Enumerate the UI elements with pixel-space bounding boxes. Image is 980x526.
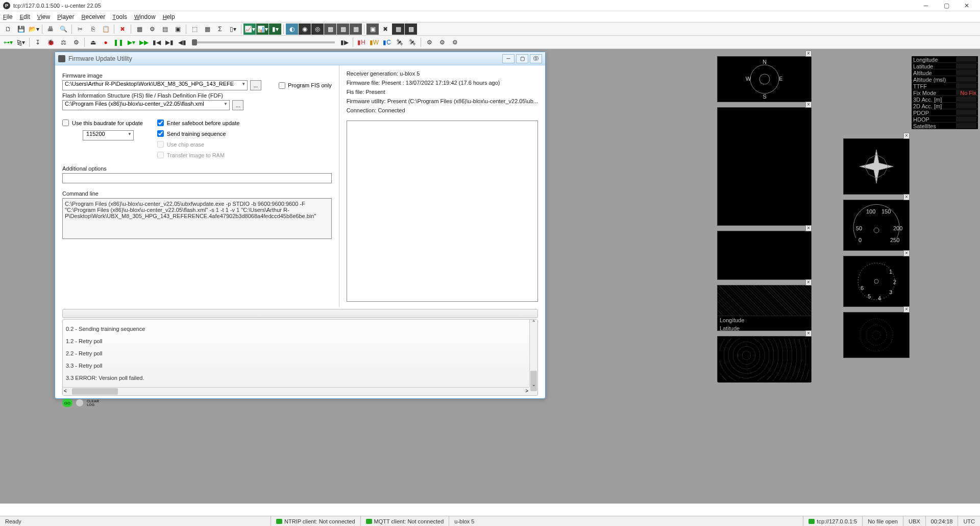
fis-file-combo[interactable]: C:\Program Files (x86)\u-blox\u-center_v… — [62, 100, 230, 110]
bug-icon[interactable]: 🐞 — [44, 37, 57, 48]
pin-icon[interactable]: ↧ — [32, 37, 44, 48]
menu-view[interactable]: View — [37, 13, 50, 20]
world-map-panel[interactable]: × Longitude Latitude — [717, 285, 812, 331]
grid2-icon[interactable]: ▦ — [337, 23, 349, 35]
baud-combo[interactable]: 115200 — [83, 130, 134, 140]
signal-icon[interactable]: ⧎▾ — [15, 37, 27, 48]
star-panel[interactable]: × — [843, 138, 910, 195]
nav4-icon[interactable]: ▩ — [405, 23, 417, 35]
open-folder-icon[interactable]: 📂▾ — [28, 23, 40, 35]
playback-slider[interactable] — [192, 41, 335, 43]
panel-close-icon[interactable]: × — [805, 102, 812, 108]
menu-window[interactable]: Window — [134, 13, 156, 20]
close-button[interactable]: ✕ — [957, 0, 977, 11]
panel-close-icon[interactable]: × — [903, 133, 910, 139]
to-start-icon[interactable]: ◀▮ — [176, 37, 188, 48]
save-icon[interactable]: 💾 — [15, 23, 27, 35]
filter-red-icon[interactable]: ✖ — [116, 23, 129, 35]
stop-button[interactable] — [76, 399, 84, 407]
connect-icon[interactable]: ⊶▾ — [2, 37, 14, 48]
statistics-view-icon[interactable]: Σ — [214, 23, 226, 35]
skip-fwd-icon[interactable]: ▶▮ — [163, 37, 176, 48]
log-hscrollbar[interactable] — [63, 387, 529, 395]
grid3-icon[interactable]: ▦ — [350, 23, 362, 35]
panel-close-icon[interactable]: × — [805, 279, 812, 285]
ffwd-icon[interactable]: ▶▶ — [138, 37, 150, 48]
nav3-icon[interactable]: ▦ — [392, 23, 404, 35]
layout-view-icon[interactable]: ▯▾ — [227, 23, 239, 35]
balance-icon[interactable]: ⚖ — [57, 37, 69, 48]
table-view-icon[interactable]: ▦ — [201, 23, 213, 35]
menu-receiver[interactable]: Receiver — [82, 13, 106, 20]
cold-temp-icon[interactable]: ▮C — [381, 37, 393, 48]
additional-options-input[interactable] — [62, 173, 332, 183]
menu-file[interactable]: File — [3, 13, 13, 20]
msg-view-icon[interactable]: ▦ — [133, 23, 145, 35]
sat1-icon[interactable]: 🛰 — [394, 37, 406, 48]
clear-log-button[interactable]: CLEARLOG — [87, 399, 99, 407]
tune-icon[interactable]: ⚙ — [70, 37, 82, 48]
paste-icon[interactable]: 📋 — [100, 23, 112, 35]
panel-close-icon[interactable]: × — [805, 51, 812, 57]
chart-green-icon[interactable]: 📈▾ — [243, 23, 256, 35]
to-end-icon[interactable]: ▮▶ — [338, 37, 351, 48]
camera2-icon[interactable]: ◎ — [311, 23, 324, 35]
text-view-icon[interactable]: ▤ — [159, 23, 171, 35]
log-vscrollbar[interactable] — [529, 320, 537, 387]
use-baud-checkbox[interactable] — [62, 119, 69, 126]
gear2-icon[interactable]: ⚙ — [436, 37, 448, 48]
menu-player[interactable]: Player — [57, 13, 74, 20]
sky-view-icon[interactable]: ◐ — [286, 23, 298, 35]
clock-panel[interactable]: × 1 2 3 4 5 6 — [843, 256, 910, 307]
print-icon[interactable]: 🖶 — [44, 23, 57, 35]
histogram-icon[interactable]: ▮▾ — [269, 23, 281, 35]
fis-file-browse-button[interactable]: ... — [232, 100, 243, 110]
firmware-maximize-button[interactable]: ▢ — [516, 54, 528, 63]
radar-panel[interactable]: × — [843, 312, 910, 358]
binary-view-icon[interactable]: ⬚ — [188, 23, 201, 35]
firmware-image-browse-button[interactable]: ... — [250, 80, 261, 90]
panel-close-icon[interactable]: × — [903, 250, 910, 256]
command-line-text[interactable] — [62, 198, 332, 239]
panel-close-icon[interactable]: × — [903, 306, 910, 313]
eject-icon[interactable]: ⏏ — [87, 37, 99, 48]
firmware-close-button[interactable]: ⓪ — [530, 54, 542, 63]
world-map-panel-2[interactable]: × — [717, 336, 812, 382]
skip-back-icon[interactable]: ▮◀ — [151, 37, 163, 48]
firmware-image-combo[interactable]: C:\Users\Arthur R-P\Desktop\Work\UBX_M8_… — [62, 80, 248, 90]
sat2-icon[interactable]: 🛰 — [406, 37, 419, 48]
hot-temp-icon[interactable]: ▮H — [355, 37, 368, 48]
cfg-view-icon[interactable]: ⚙ — [146, 23, 158, 35]
cut-icon[interactable]: ✂ — [74, 23, 86, 35]
program-fis-only-checkbox[interactable] — [279, 82, 285, 89]
panel-close-icon[interactable]: × — [805, 330, 812, 337]
gear1-icon[interactable]: ⚙ — [423, 37, 435, 48]
firmware-minimize-button[interactable]: ─ — [502, 54, 514, 63]
blank-panel[interactable]: × — [717, 231, 812, 280]
send-training-checkbox[interactable] — [157, 130, 164, 137]
new-file-icon[interactable]: 🗋 — [2, 23, 14, 35]
copy-icon[interactable]: ⎘ — [87, 23, 99, 35]
gear3-icon[interactable]: ⚙ — [449, 37, 461, 48]
print-preview-icon[interactable]: 🔍 — [57, 23, 69, 35]
menu-tools[interactable]: Tools — [112, 13, 127, 20]
camera-icon[interactable]: ◉ — [299, 23, 311, 35]
warm-temp-icon[interactable]: ▮W — [368, 37, 380, 48]
compass-panel[interactable]: × N E S W — [717, 56, 812, 102]
nav1-icon[interactable]: ▣ — [366, 23, 379, 35]
go-button[interactable]: GO — [62, 399, 72, 407]
firmware-log-text[interactable]: 0.2 - Sending training sequence 1.2 - Re… — [63, 320, 529, 387]
speed-gauge-panel[interactable]: × 50 100 150 200 250 0 — [843, 200, 910, 251]
pause-icon[interactable]: ❚❚ — [112, 37, 125, 48]
menu-help[interactable]: Help — [163, 13, 175, 20]
menu-edit[interactable]: Edit — [20, 13, 30, 20]
firmware-window-titlebar[interactable]: Firmware Update Utility ─ ▢ ⓪ — [55, 52, 545, 65]
minimize-button[interactable]: ─ — [916, 0, 936, 11]
panel-close-icon[interactable]: × — [805, 225, 812, 231]
satellite-panel[interactable]: × — [717, 107, 812, 226]
chart-dark-icon[interactable]: 📊▾ — [256, 23, 268, 35]
panel-close-icon[interactable]: × — [903, 194, 910, 200]
nav2-icon[interactable]: ✖ — [379, 23, 391, 35]
record-icon[interactable]: ● — [100, 37, 112, 48]
enter-safeboot-checkbox[interactable] — [157, 119, 164, 126]
